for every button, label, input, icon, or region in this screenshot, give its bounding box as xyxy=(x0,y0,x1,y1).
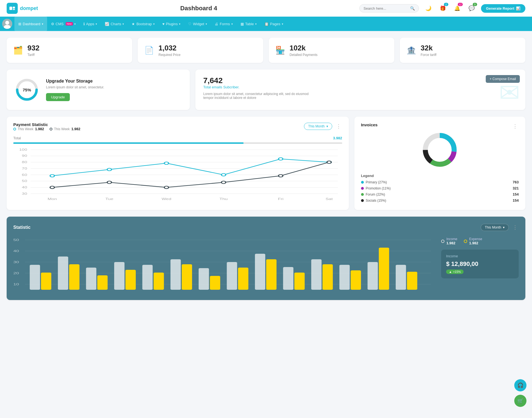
income-panel: Income $ 12,890,00 ▲ +15% xyxy=(441,250,519,278)
chart-icon: 📊 xyxy=(516,6,520,11)
storage-title: Upgrade Your Storage xyxy=(46,79,104,84)
gift-btn[interactable]: 🎁 2 xyxy=(438,3,448,13)
widget-icon: ♡ xyxy=(188,22,191,26)
tariff-label: Tariff xyxy=(27,53,39,57)
bell-btn[interactable]: 🔔 12 xyxy=(452,3,462,13)
svg-text:90: 90 xyxy=(22,154,27,157)
grid-icon: ⊞ xyxy=(18,22,21,26)
svg-rect-58 xyxy=(41,273,51,290)
svg-rect-66 xyxy=(154,273,164,290)
svg-point-33 xyxy=(221,173,226,176)
inv-row-promotion: Promotion (11%) 321 xyxy=(361,186,519,190)
nav-item-pages[interactable]: 📋 Pages ▾ xyxy=(260,17,287,31)
chart-bar-icon: 📈 xyxy=(105,22,109,26)
search-icon: 🔍 xyxy=(410,6,415,11)
chevron-down-icon: ▾ xyxy=(255,22,257,25)
svg-rect-61 xyxy=(86,268,96,290)
email-card: 7,642 Total emails Subcriber. Lorem ipsu… xyxy=(195,70,525,110)
nav-item-charts[interactable]: 📈 Charts ▾ xyxy=(101,17,128,31)
generate-report-button[interactable]: Generate Report 📊 xyxy=(481,4,525,13)
statistic-more-btn[interactable]: ⋮ xyxy=(511,223,519,232)
svg-text:30: 30 xyxy=(13,260,19,264)
svg-rect-60 xyxy=(69,264,80,290)
theme-toggle-btn[interactable]: 🌙 xyxy=(423,3,433,13)
legend-item-2: This Week 1.982 xyxy=(50,127,80,131)
nav-item-table[interactable]: ▦ Table ▾ xyxy=(237,17,260,31)
bell-badge: 12 xyxy=(458,3,463,6)
invoices-more-btn[interactable]: ⋮ xyxy=(511,122,519,130)
svg-text:30: 30 xyxy=(22,192,27,195)
this-month-btn[interactable]: This Month ▾ xyxy=(304,123,332,130)
chevron-down-icon: ▾ xyxy=(153,22,155,25)
svg-text:50: 50 xyxy=(13,238,19,242)
statistic-header: Statistic This Month ▾ ⋮ xyxy=(13,223,519,232)
nav-item-apps[interactable]: ℹ Apps ▾ xyxy=(80,17,101,31)
svg-point-38 xyxy=(164,186,169,189)
svg-point-34 xyxy=(278,158,283,160)
chevron-down-icon: ▾ xyxy=(282,22,283,25)
svg-rect-76 xyxy=(294,273,305,290)
required-price-num: 1,032 xyxy=(158,44,180,52)
svg-rect-2 xyxy=(13,9,15,10)
heart-icon: ♥ xyxy=(162,22,165,26)
svg-rect-72 xyxy=(238,268,248,290)
charts-row: Payment Statistic This Week 1.982 This W… xyxy=(7,117,525,210)
svg-rect-81 xyxy=(367,262,378,290)
svg-rect-59 xyxy=(58,257,68,290)
svg-text:80: 80 xyxy=(22,161,27,164)
svg-text:Mon: Mon xyxy=(48,198,57,201)
svg-text:Sat: Sat xyxy=(326,198,333,201)
email-num: 7,642 xyxy=(203,76,518,85)
more-options-btn[interactable]: ⋮ xyxy=(335,122,342,130)
stat-card-force-tariff: 🏦 32k Force tariff xyxy=(400,38,525,63)
chat-btn[interactable]: 💬 5 xyxy=(467,3,477,13)
arrow-up-icon: ▲ xyxy=(449,270,452,273)
nav-item-plugins[interactable]: ♥ Plugins ▾ xyxy=(158,17,184,31)
chevron-down-icon: ▾ xyxy=(96,22,97,25)
nav-item-dashboard[interactable]: ⊞ Dashboard ▾ xyxy=(14,17,47,31)
nav-item-bootstrap[interactable]: ★ Bootstrap ▾ xyxy=(128,17,158,31)
tariff-num: 932 xyxy=(27,44,39,52)
required-price-icon: 📄 xyxy=(144,46,154,55)
chevron-down-icon: ▾ xyxy=(206,22,207,25)
storage-desc: Lorem ipsum dolor sit amet, onsectetur. xyxy=(46,85,104,89)
email-background-icon: ✉ xyxy=(499,78,520,107)
legend-dot-teal xyxy=(13,128,16,130)
search-box[interactable]: 🔍 xyxy=(359,4,419,12)
storage-card: 75% Upgrade Your Storage Lorem ipsum dol… xyxy=(7,70,190,110)
chart-title: Payment Statistic xyxy=(13,122,80,127)
statistic-this-month-btn[interactable]: This Month ▾ xyxy=(481,224,509,231)
svg-rect-69 xyxy=(199,268,209,290)
expense-legend-item: Expense 1.982 xyxy=(464,237,482,245)
payment-chart-card: Payment Statistic This Week 1.982 This W… xyxy=(7,117,349,210)
chat-badge: 5 xyxy=(473,3,477,6)
svg-point-31 xyxy=(107,168,112,171)
chevron-down-icon: ▾ xyxy=(74,22,76,25)
upgrade-button[interactable]: Upgrade xyxy=(46,93,70,101)
search-input[interactable] xyxy=(364,6,408,11)
svg-point-30 xyxy=(50,175,55,177)
svg-rect-83 xyxy=(396,265,406,290)
nav-item-cms[interactable]: ⚙ CMS New ▾ xyxy=(47,17,80,31)
statistic-bottom: 50 40 30 20 10 xyxy=(13,237,519,293)
main-content: 🗂️ 932 Tariff 📄 1,032 Required Price 🏪 1… xyxy=(0,31,532,307)
nav-item-widget[interactable]: ♡ Widget ▾ xyxy=(184,17,211,31)
payments-num: 102k xyxy=(290,44,318,52)
invoices-donut xyxy=(361,130,519,169)
nav-item-forms[interactable]: 🖨 Forms ▾ xyxy=(211,17,237,31)
line-chart: 100 90 80 70 60 50 40 30 Mon Tue Wed Thu… xyxy=(13,147,342,202)
logo-text: dompet xyxy=(20,6,38,11)
svg-text:40: 40 xyxy=(22,186,27,189)
svg-rect-79 xyxy=(339,265,350,290)
inv-row-socials: Socials (15%) 154 xyxy=(361,198,519,202)
star-icon: ★ xyxy=(132,22,135,26)
svg-text:Fri: Fri xyxy=(278,198,283,201)
new-badge: New xyxy=(66,22,73,25)
income-badge: ▲ +15% xyxy=(446,270,464,274)
storage-text: Upgrade Your Storage Lorem ipsum dolor s… xyxy=(46,79,104,101)
svg-text:60: 60 xyxy=(22,173,27,176)
inv-row-forum: Forum (22%) 154 xyxy=(361,192,519,196)
chevron-down-icon: ▾ xyxy=(503,225,505,229)
gear-icon: ⚙ xyxy=(51,22,54,26)
svg-rect-1 xyxy=(13,7,15,9)
